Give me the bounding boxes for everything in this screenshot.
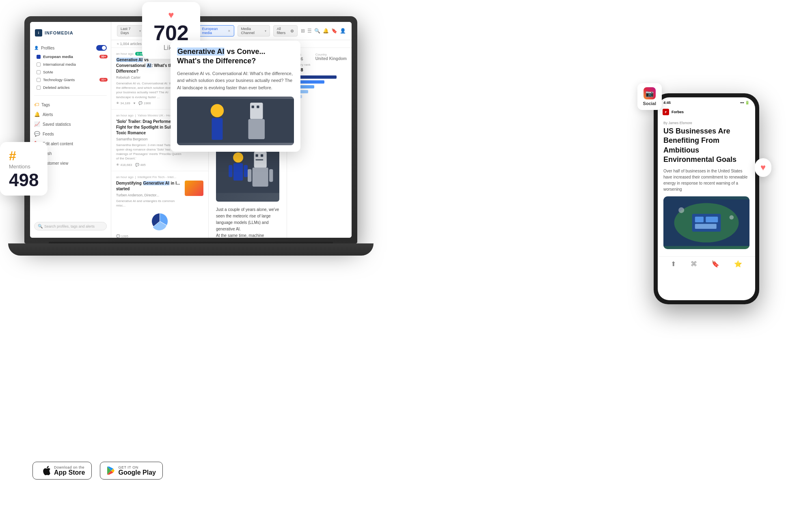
phone-article-card: By James Elsmore US Businesses Are Benef… — [658, 117, 755, 256]
phone-network-icon[interactable]: ⌘ — [691, 260, 697, 268]
app-name: INFOMEDIA — [45, 30, 73, 35]
svg-rect-3 — [256, 155, 258, 157]
google-play-button[interactable]: GET IT ON Google Play — [100, 462, 162, 480]
article-1-title: Generative AI vs Conversational AI: What… — [116, 57, 179, 74]
mentions-number: 498 — [9, 171, 39, 189]
article-2-source: Yahoo Movies UK - Home — [138, 114, 175, 117]
svg-rect-8 — [269, 169, 273, 182]
sidebar-divider-1 — [34, 95, 107, 96]
article-2-stats: 👁 418,683 💬 485 — [116, 163, 203, 167]
view-grid-icon[interactable]: ⊞ — [301, 28, 305, 34]
svg-rect-12 — [244, 165, 248, 177]
article-3-title: Demystifying Generative AI in I... start… — [116, 181, 182, 192]
sidebar-item-feeds[interactable]: 💬 Feeds — [30, 129, 111, 139]
sidebar-item-saved-stats[interactable]: 📈 Saved statistics — [30, 119, 111, 129]
sidebar-item-alerts[interactable]: 🔔 Alerts — [30, 110, 111, 119]
tech-giants-badge: 99+ — [99, 78, 108, 82]
filter-close-icon[interactable]: ✕ — [228, 29, 231, 33]
view-list-icon[interactable]: ☰ — [307, 28, 312, 34]
article-3-pie-chart — [149, 210, 171, 232]
phone-bookmark-icon[interactable]: 🔖 — [711, 260, 719, 268]
article-detail-body-4: At the same time, machine learning algor… — [216, 232, 279, 238]
alerts-label: Alerts — [43, 112, 53, 117]
article-detail-body-3: Just a couple of years alone, we've seen… — [216, 207, 279, 232]
european-media-checkbox[interactable] — [37, 55, 41, 59]
forbes-logo: F — [663, 109, 669, 115]
svg-rect-25 — [695, 224, 717, 228]
svg-rect-22 — [692, 213, 721, 231]
intl-media-checkbox[interactable] — [37, 62, 41, 67]
feeds-label: Feeds — [43, 132, 54, 136]
article-3-excerpt: Generative AI and untangles its common m… — [116, 199, 182, 208]
article-2-time: an hour ago — [116, 114, 134, 117]
sidebar-profiles-section: 👤 Profiles European media 99+ — [30, 41, 111, 93]
country-value: United Kingdom — [315, 56, 347, 61]
sidebar-profiles-header[interactable]: 👤 Profiles — [30, 43, 111, 53]
phone-star-icon[interactable]: ⭐ — [734, 260, 742, 268]
svg-rect-24 — [706, 217, 718, 222]
tech-giants-checkbox[interactable] — [37, 78, 41, 82]
sidebar-item-international-media[interactable]: International media — [30, 60, 111, 68]
article-1-excerpt: Generative AI vs. Conversational AI: Wha… — [116, 81, 179, 99]
app-stores: Download on the App Store GET IT ON Goog… — [32, 462, 163, 480]
sidebar-item-some[interactable]: SoMe — [30, 68, 111, 76]
article-3-image — [185, 181, 203, 196]
profiles-toggle[interactable] — [96, 45, 107, 51]
svg-rect-11 — [229, 165, 232, 177]
search-input-wrap[interactable]: 🔍 Search profiles, tags and alerts — [34, 222, 107, 230]
sidebar-item-deleted[interactable]: Deleted articles — [30, 84, 111, 91]
article-popup: Generative AI vs Conve...What's the Diff… — [171, 41, 300, 152]
sidebar-item-tech-giants[interactable]: Technology Giants 99+ — [30, 76, 111, 84]
phone-share-icon[interactable]: ⬆ — [671, 260, 676, 268]
apple-logo-icon — [43, 466, 51, 475]
phone-article-title: US Businesses Are Benefiting From Ambiti… — [663, 127, 749, 165]
intl-media-label: International media — [43, 62, 76, 67]
mentions-card: # Mentions 498 — [0, 142, 48, 196]
saved-stats-label: Saved statistics — [43, 122, 71, 127]
deleted-label: Deleted articles — [43, 85, 69, 90]
svg-point-9 — [233, 153, 243, 163]
article-1-time: an hour ago — [116, 52, 134, 56]
deleted-checkbox[interactable] — [37, 86, 41, 90]
country-label: Country — [315, 53, 347, 56]
article-3-author: Turben Anderson, Director... — [116, 193, 182, 197]
sidebar-logo: i INFOMEDIA — [30, 26, 111, 41]
filter-all[interactable]: All filters ⚙ — [273, 25, 298, 37]
svg-rect-19 — [212, 118, 223, 140]
search-top-icon[interactable]: 🔍 — [314, 28, 320, 34]
instagram-icon: 📷 — [644, 87, 656, 99]
bell-top-icon[interactable]: 🔔 — [323, 28, 329, 34]
logo-icon: i — [35, 29, 42, 37]
svg-rect-15 — [252, 105, 254, 108]
sidebar: i INFOMEDIA 👤 Profiles — [30, 22, 111, 238]
bookmark-top-icon[interactable]: 🔖 — [331, 28, 337, 34]
tech-giants-label: Technology Giants — [43, 77, 75, 82]
filter-media-channel[interactable]: Media Channel ▾ — [238, 25, 270, 37]
scene: i INFOMEDIA 👤 Profiles — [0, 0, 812, 512]
user-top-icon[interactable]: 👤 — [340, 28, 346, 34]
apple-store-main: App Store — [54, 469, 85, 476]
phone-signal-icon: ▪▪▪ 🔋 — [740, 101, 749, 105]
svg-point-27 — [730, 215, 734, 219]
filter-european[interactable]: European media ✕ — [199, 25, 234, 37]
article-3-meta: an hour ago | Intelligent Fin Tech - Int… — [116, 175, 203, 179]
filter-period[interactable]: Last 7 Days ▾ — [117, 25, 145, 37]
sidebar-item-european-media[interactable]: European media 99+ — [30, 53, 111, 60]
phone-time: 4:45 — [663, 101, 671, 105]
some-checkbox[interactable] — [37, 70, 41, 74]
phone-heart-icon: ♥ — [760, 162, 766, 173]
mentions-hash-icon: # — [9, 148, 39, 163]
sidebar-search: 🔍 Search profiles, tags and alerts — [30, 219, 111, 234]
some-label: SoMe — [43, 70, 53, 74]
phone-screen: 4:45 ▪▪▪ 🔋 F Forbes By James Elsmore US … — [658, 97, 755, 300]
sidebar-item-tags[interactable]: 🏷 Tags — [30, 100, 111, 110]
app-store-button[interactable]: Download on the App Store — [32, 462, 92, 480]
svg-rect-16 — [257, 105, 259, 108]
phone-article-body: Over half of businesses in the United St… — [663, 168, 749, 192]
svg-rect-7 — [248, 169, 251, 182]
phone-status-bar: 4:45 ▪▪▪ 🔋 — [658, 97, 755, 106]
phone-source-bar: F Forbes — [658, 106, 755, 117]
article-item-3[interactable]: an hour ago | Intelligent Fin Tech - Int… — [111, 171, 208, 238]
popup-image — [177, 97, 294, 145]
tags-label: Tags — [41, 103, 50, 107]
